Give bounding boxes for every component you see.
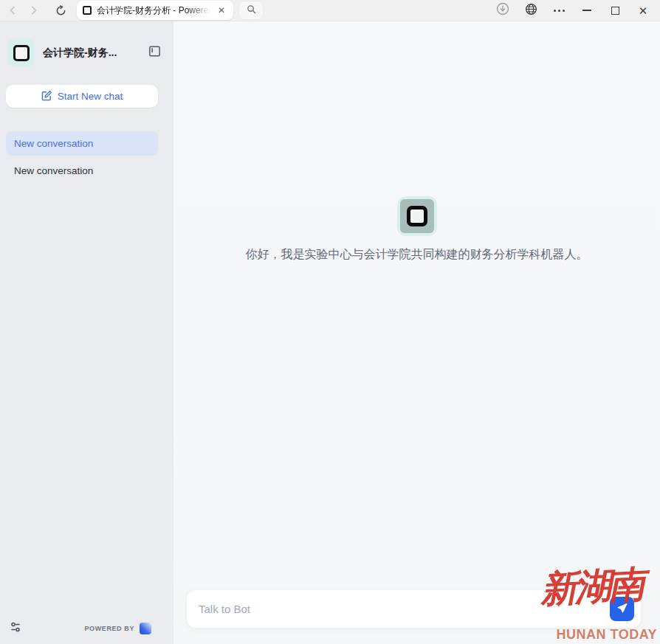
minimize-button[interactable] bbox=[579, 2, 595, 18]
app-title: 会计学院-财务... bbox=[43, 46, 140, 60]
forward-button[interactable] bbox=[25, 1, 43, 19]
more-icon bbox=[554, 10, 565, 12]
window-close-button[interactable]: ✕ bbox=[635, 2, 651, 18]
panel-left-icon bbox=[148, 45, 161, 60]
app-logo bbox=[7, 39, 35, 66]
chat-main: 你好，我是实验中心与会计学院共同构建的财务分析学科机器人。 bbox=[173, 21, 660, 644]
welcome-hero: 你好，我是实验中心与会计学院共同构建的财务分析学科机器人。 bbox=[173, 196, 660, 263]
conversation-item[interactable]: New conversation bbox=[6, 159, 158, 183]
minimize-icon bbox=[582, 10, 591, 11]
tab-close-icon[interactable]: ✕ bbox=[216, 4, 227, 16]
settings-button[interactable] bbox=[10, 621, 23, 636]
app-shell: 会计学院-财务... Start New chat New conversati… bbox=[0, 21, 660, 644]
maximize-button[interactable] bbox=[607, 2, 623, 18]
refresh-button[interactable] bbox=[52, 1, 69, 19]
forward-icon bbox=[29, 5, 39, 15]
compose-icon bbox=[41, 90, 52, 103]
powered-by-label: POWERED BY bbox=[84, 625, 134, 632]
conversation-item[interactable]: New conversation bbox=[6, 131, 158, 156]
sidebar-footer: POWERED BY bbox=[0, 621, 173, 636]
globe-icon bbox=[525, 3, 537, 18]
dify-logo-icon[interactable] bbox=[140, 623, 151, 634]
back-button[interactable] bbox=[4, 1, 21, 19]
refresh-icon bbox=[55, 5, 66, 16]
send-icon bbox=[616, 602, 628, 616]
browser-tab[interactable]: 会计学院-财务分析 - Powered ✕ bbox=[77, 1, 233, 20]
search-icon bbox=[247, 4, 256, 17]
bot-logo-image bbox=[400, 199, 434, 233]
sliders-icon bbox=[10, 621, 23, 636]
tab-favicon-square-icon bbox=[83, 6, 92, 15]
bot-logo-square-icon bbox=[407, 206, 427, 226]
bot-greeting: 你好，我是实验中心与会计学院共同构建的财务分析学科机器人。 bbox=[173, 247, 660, 263]
download-icon bbox=[496, 2, 509, 18]
sidebar-header: 会计学院-财务... bbox=[0, 21, 173, 66]
back-icon bbox=[7, 5, 18, 15]
more-options-button[interactable] bbox=[551, 2, 567, 18]
maximize-icon bbox=[611, 7, 619, 15]
browser-titlebar: 会计学院-财务分析 - Powered ✕ ✕ bbox=[0, 0, 660, 21]
start-new-chat-button[interactable]: Start New chat bbox=[6, 85, 158, 108]
chat-input-bar bbox=[187, 590, 641, 628]
app-logo-square-icon bbox=[13, 45, 30, 61]
start-new-chat-label: Start New chat bbox=[58, 91, 123, 102]
tab-title: 会计学院-财务分析 - Powered bbox=[97, 4, 213, 16]
conversation-list: New conversation New conversation bbox=[0, 131, 173, 183]
conversation-label: New conversation bbox=[14, 138, 93, 149]
conversation-label: New conversation bbox=[14, 165, 93, 176]
bot-logo bbox=[397, 196, 437, 236]
window-close-icon: ✕ bbox=[639, 5, 648, 16]
chat-input[interactable] bbox=[199, 603, 610, 615]
collapse-sidebar-button[interactable] bbox=[148, 46, 162, 60]
downloads-button[interactable] bbox=[495, 2, 511, 18]
search-tabs-button[interactable] bbox=[238, 1, 264, 20]
browser-menu-globe-button[interactable] bbox=[523, 2, 539, 18]
sidebar: 会计学院-财务... Start New chat New conversati… bbox=[0, 21, 173, 644]
send-button[interactable] bbox=[610, 597, 634, 621]
